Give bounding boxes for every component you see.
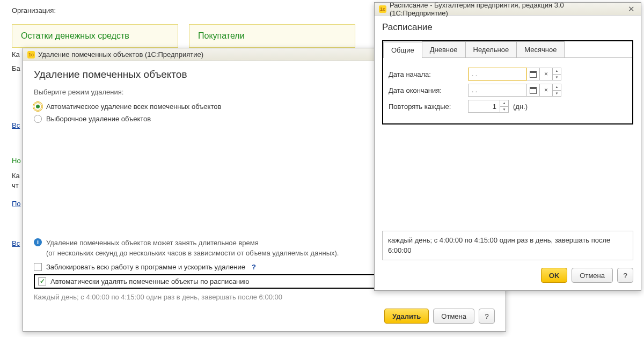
tab-weekly[interactable]: Недельное (465, 41, 517, 57)
info-text-l1: Удаление помеченных объектов может занят… (46, 238, 339, 248)
card-cash-title[interactable]: Остатки денежных средств (21, 31, 129, 40)
dlg1-title: Удаление помеченных объектов (1С:Предпри… (38, 50, 203, 58)
bg-frag: чт (12, 181, 19, 189)
cancel-button[interactable]: Отмена (572, 268, 613, 283)
radio-auto[interactable] (34, 102, 42, 111)
close-icon[interactable]: ✕ (626, 5, 636, 13)
bg-link[interactable]: Вс (12, 239, 19, 247)
repeat-days-input[interactable]: 1 (468, 100, 500, 113)
bg-frag: Ка (12, 172, 19, 180)
radio-selective-label: Выборочное удаление объектов (46, 115, 151, 123)
checkbox-block[interactable] (34, 263, 42, 271)
schedule-dialog: 1c Расписание - Бухгалтерия предприятия,… (374, 2, 641, 291)
checkbox-auto-delete-label: Автоматически удалять помеченные объекты… (50, 277, 249, 285)
start-date-label: Дата начала: (389, 70, 464, 78)
ok-button[interactable]: OK (541, 268, 568, 283)
app-1c-icon: 1c (27, 51, 35, 58)
radio-selective[interactable] (34, 115, 42, 123)
bg-link[interactable]: Вс (12, 121, 19, 129)
info-text-l2: (от нескольких секунд до нескольких часо… (46, 248, 339, 259)
radio-auto-label: Автоматическое удаление всех помеченных … (46, 102, 221, 111)
dlg2-heading: Расписание (382, 22, 633, 33)
calendar-icon[interactable] (527, 68, 540, 80)
end-date-spinner[interactable]: ▲▼ (553, 84, 561, 97)
end-date-label: Дата окончания: (389, 86, 464, 94)
end-date-input[interactable]: . . (468, 84, 527, 97)
cancel-button[interactable]: Отмена (433, 309, 474, 324)
calendar-icon[interactable] (527, 84, 540, 97)
start-date-spinner[interactable]: ▲▼ (553, 68, 561, 80)
bg-cards: Остатки денежных средств Покупатели (12, 24, 355, 48)
tab-monthly[interactable]: Месячное (516, 41, 565, 57)
tab-daily[interactable]: Дневное (422, 41, 466, 57)
checkbox-auto-delete[interactable] (38, 277, 46, 285)
dlg2-title: Расписание - Бухгалтерия предприятия, ре… (390, 1, 623, 17)
schedule-description: Каждый день; с 4:00:00 по 4:15:00 один р… (34, 292, 313, 303)
org-label: Организация: (12, 6, 56, 14)
start-date-input[interactable]: . . (468, 68, 527, 80)
checkbox-block-label: Заблокировать всю работу в программе и у… (46, 263, 245, 271)
tab-general[interactable]: Общие (383, 42, 422, 58)
clear-icon[interactable]: × (540, 68, 553, 80)
schedule-summary: каждый день; с 4:00:00 по 4:15:00 один р… (382, 231, 633, 260)
block-help-link[interactable]: ? (252, 263, 256, 271)
repeat-label: Повторять каждые: (389, 102, 464, 111)
help-button[interactable]: ? (617, 268, 633, 283)
dlg2-titlebar[interactable]: 1c Расписание - Бухгалтерия предприятия,… (375, 3, 641, 16)
schedule-tabs-highlight: Общие Дневное Недельное Месячное Дата на… (382, 40, 633, 124)
bg-frag: Ба (12, 64, 19, 72)
delete-button[interactable]: Удалить (384, 309, 429, 324)
help-button[interactable]: ? (479, 309, 495, 324)
bg-link[interactable]: По (12, 200, 19, 208)
card-buyers-title[interactable]: Покупатели (198, 31, 245, 40)
repeat-spinner[interactable]: ▲▼ (500, 100, 509, 113)
repeat-unit: (дн.) (513, 102, 528, 111)
bg-frag: Ка (12, 50, 19, 58)
clear-icon[interactable]: × (540, 84, 553, 97)
info-icon: i (34, 238, 42, 246)
bg-frag: Но (12, 157, 19, 165)
app-1c-icon: 1c (379, 5, 386, 13)
